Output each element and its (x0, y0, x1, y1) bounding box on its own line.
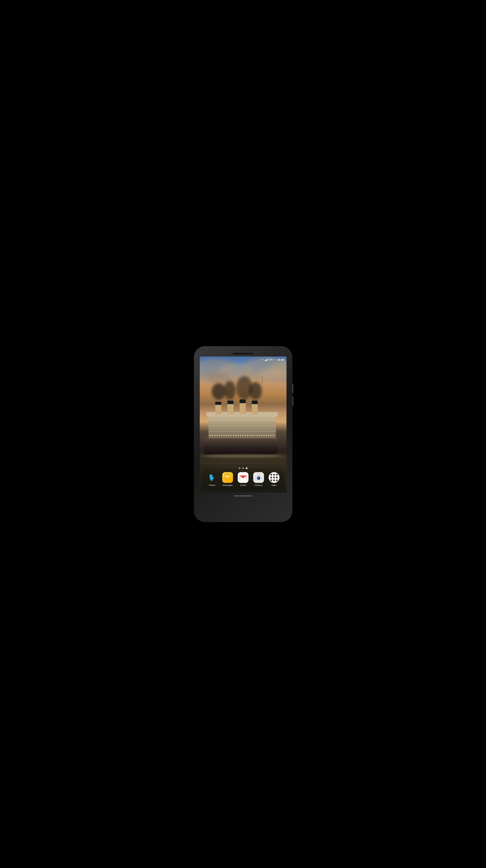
funnel-2 (227, 401, 233, 414)
status-bar: ⁜ 93% ⚡ 16:48 (200, 356, 287, 363)
funnel-4 (252, 401, 258, 414)
page-dot-3[interactable] (246, 467, 247, 469)
svg-rect-4 (225, 477, 229, 477)
apps-dots-grid (270, 474, 278, 481)
app-camera[interactable]: Camera (253, 472, 264, 487)
svg-rect-6 (225, 474, 230, 475)
home-indicator[interactable] (234, 495, 253, 496)
app-phone[interactable]: Phone (207, 472, 218, 487)
messages-app-icon[interactable] (222, 472, 233, 483)
svg-marker-5 (225, 479, 227, 481)
app-apps[interactable]: Apps (269, 472, 280, 487)
page-dot-1[interactable] (239, 467, 240, 469)
svg-rect-13 (257, 475, 260, 476)
phone-bottom (194, 493, 292, 500)
phone-screen: ⁜ 93% ⚡ 16:48 (200, 356, 287, 493)
apps-app-label: Apps (271, 484, 277, 487)
phone-top (194, 346, 292, 356)
battery-percent: 93% (268, 359, 273, 361)
speaker-grill (233, 353, 254, 354)
svg-rect-2 (224, 474, 231, 479)
messages-app-label: Messages (223, 484, 233, 487)
ship-hull (204, 437, 278, 454)
phone-app-icon[interactable] (207, 472, 218, 483)
phone-device: ⁜ 93% ⚡ 16:48 (194, 346, 292, 522)
svg-rect-3 (225, 476, 230, 476)
gmail-app-icon[interactable] (238, 472, 249, 483)
app-messages[interactable]: Messages (222, 472, 233, 487)
dock: Phone (202, 469, 284, 490)
status-icons: ⁜ 93% ⚡ 16:48 (261, 359, 284, 361)
ship-body (208, 415, 276, 438)
funnel-3 (239, 399, 246, 414)
apps-app-icon[interactable] (269, 472, 280, 483)
svg-point-12 (257, 477, 258, 478)
page-indicators (239, 467, 247, 469)
camera-app-icon[interactable] (253, 472, 264, 483)
svg-point-14 (260, 476, 261, 477)
phone-app-label: Phone (209, 484, 215, 487)
front-camera (242, 349, 244, 351)
ship (200, 397, 287, 455)
app-gmail[interactable]: Gmail (238, 472, 249, 487)
time-display: 16:48 (277, 359, 284, 361)
volume-down-button[interactable] (292, 397, 293, 406)
camera-app-label: Camera (255, 484, 263, 487)
page-dot-2[interactable] (242, 467, 244, 469)
volume-up-button[interactable] (292, 384, 293, 393)
gmail-app-label: Gmail (240, 484, 246, 487)
signal-icon (265, 359, 267, 361)
funnel-1 (215, 402, 221, 414)
